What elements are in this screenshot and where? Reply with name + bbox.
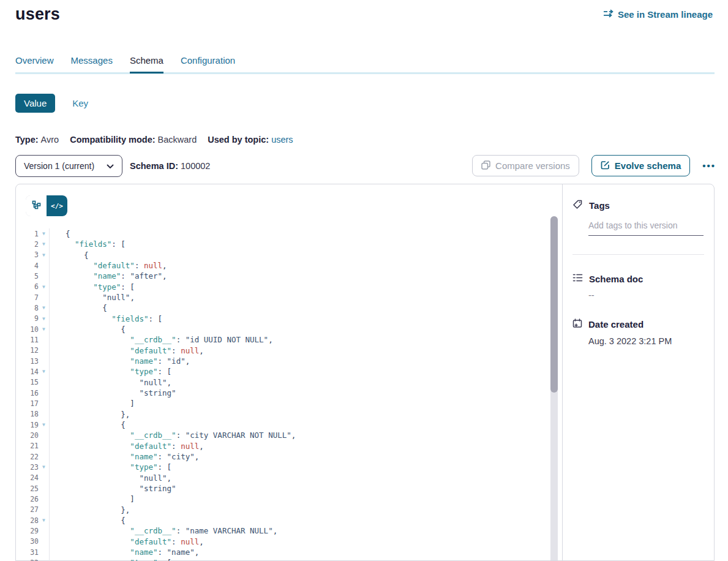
code-line: 27 }, <box>17 505 561 515</box>
code-text: { <box>50 303 107 312</box>
see-in-stream-lineage-link[interactable]: See in Stream lineage <box>603 9 713 20</box>
used-by-topic-label: Used by topic: <box>208 135 269 145</box>
code-line: 12 "default": null, <box>17 345 561 356</box>
line-number: 8 <box>17 304 39 312</box>
code-text: "string" <box>50 388 176 397</box>
code-line: 21 "default": null, <box>17 441 561 451</box>
schema-id-value: 100002 <box>181 161 210 171</box>
more-options-button[interactable]: ••• <box>702 160 716 171</box>
code-text: "name": "id", <box>50 356 190 366</box>
view-mode-toggle: </> <box>26 195 67 216</box>
code-text: "__crdb__": "name VARCHAR NULL", <box>50 526 277 535</box>
line-number: 10 <box>17 325 39 334</box>
stream-lineage-icon <box>603 9 614 20</box>
code-line: 10▼ { <box>17 324 561 334</box>
line-number: 3 <box>17 250 39 259</box>
fold-caret-icon[interactable]: ▼ <box>39 241 49 247</box>
compare-versions-button[interactable]: Compare versions <box>472 155 579 176</box>
line-number: 23 <box>17 463 39 472</box>
fold-caret-icon[interactable]: ▼ <box>39 316 49 322</box>
version-bar: Version 1 (current) Schema ID: 100002 <box>15 155 210 177</box>
line-number: 15 <box>17 378 39 386</box>
tag-icon <box>572 199 583 211</box>
tree-view-button[interactable] <box>26 195 47 216</box>
code-text: "type": [ <box>50 367 171 376</box>
code-line: 28▼ { <box>17 515 561 525</box>
code-view-button[interactable]: </> <box>47 195 67 216</box>
schema-panel: </> 1▼{2▼ "fields": [3▼ {4 "default": nu… <box>15 184 715 561</box>
code-line: 22 "name": "city", <box>17 451 561 462</box>
line-number: 21 <box>17 442 39 450</box>
evolve-schema-button[interactable]: Evolve schema <box>591 155 690 176</box>
code-text: "default": null, <box>50 261 167 270</box>
schema-sidebar: Tags Schema doc -- <box>562 184 714 560</box>
code-line: 20 "__crdb__": "city VARCHAR NOT NULL", <box>17 430 561 440</box>
code-text: "null", <box>50 473 171 483</box>
code-line: 11 "__crdb__": "id UUID NOT NULL", <box>17 334 561 345</box>
line-number: 25 <box>17 484 39 493</box>
code-line: 14▼ "type": [ <box>17 366 561 377</box>
fold-caret-icon[interactable]: ▼ <box>39 369 49 374</box>
fold-caret-icon[interactable]: ▼ <box>39 326 49 332</box>
line-number: 31 <box>17 548 39 557</box>
fold-caret-icon[interactable]: ▼ <box>39 252 49 258</box>
line-number: 27 <box>17 505 39 514</box>
schema-doc-value: -- <box>588 290 704 300</box>
compatibility-value: Backward <box>158 135 197 145</box>
used-by-topic-link[interactable]: users <box>271 135 293 145</box>
code-line: 18 }, <box>17 409 561 420</box>
tab-configuration[interactable]: Configuration <box>181 55 235 73</box>
line-number: 24 <box>17 473 39 482</box>
tags-title: Tags <box>589 200 610 211</box>
fold-caret-icon[interactable]: ▼ <box>39 518 49 523</box>
line-number: 11 <box>17 336 39 344</box>
code-line: 31 "name": "name", <box>17 547 561 557</box>
line-number: 1 <box>17 230 39 238</box>
key-toggle-button[interactable]: Key <box>72 98 88 108</box>
code-view-icon: </> <box>51 202 63 210</box>
tab-overview[interactable]: Overview <box>15 55 54 73</box>
schema-doc-title: Schema doc <box>589 274 643 284</box>
code-text: }, <box>50 505 130 514</box>
chevron-down-icon <box>107 161 114 171</box>
code-line: 1▼{ <box>17 228 561 239</box>
type-label: Type: <box>15 135 39 145</box>
line-number: 29 <box>17 527 39 535</box>
code-text: "default": null, <box>50 537 204 546</box>
date-created-value: Aug. 3 2022 3:21 PM <box>588 336 704 346</box>
fold-caret-icon[interactable]: ▼ <box>39 284 49 290</box>
code-text: "null", <box>50 293 135 302</box>
code-line: 4 "default": null, <box>17 260 561 271</box>
fold-caret-icon[interactable]: ▼ <box>39 305 49 311</box>
value-toggle-button[interactable]: Value <box>15 94 55 113</box>
code-scrollbar-thumb[interactable] <box>550 216 558 393</box>
line-number: 14 <box>17 367 39 376</box>
fold-caret-icon[interactable]: ▼ <box>39 422 49 427</box>
code-line: 13 "name": "id", <box>17 356 561 366</box>
add-tags-input[interactable] <box>588 220 704 236</box>
code-text: "name": "after", <box>50 271 167 280</box>
code-editor-lines[interactable]: 1▼{2▼ "fields": [3▼ {4 "default": null,5… <box>17 228 561 561</box>
tab-messages[interactable]: Messages <box>71 55 113 73</box>
code-text: "string" <box>50 484 176 493</box>
tab-schema[interactable]: Schema <box>130 55 163 73</box>
used-by-topic-field: Used by topic:users <box>208 135 293 145</box>
code-text: { <box>50 516 126 525</box>
date-created-section: Date created Aug. 3 2022 3:21 PM <box>572 318 704 346</box>
date-created-header: Date created <box>572 318 704 330</box>
code-line: 2▼ "fields": [ <box>17 239 561 249</box>
fold-caret-icon[interactable]: ▼ <box>39 231 49 236</box>
line-number: 19 <box>17 421 39 429</box>
schema-meta-row: Type:Avro Compatibility mode:Backward Us… <box>15 135 293 145</box>
line-number: 17 <box>17 399 39 408</box>
fold-caret-icon[interactable]: ▼ <box>39 464 49 470</box>
code-line: 15 "null", <box>17 377 561 388</box>
code-line: 16 "string" <box>17 388 561 398</box>
code-scrollbar-track[interactable] <box>550 216 558 560</box>
version-select[interactable]: Version 1 (current) <box>15 155 122 177</box>
code-text: "type": [ <box>50 462 171 472</box>
schema-doc-header: Schema doc <box>572 273 704 284</box>
evolve-schema-label: Evolve schema <box>615 160 681 171</box>
code-line: 26 ] <box>17 494 561 504</box>
schema-id-label: Schema ID: <box>130 161 178 171</box>
